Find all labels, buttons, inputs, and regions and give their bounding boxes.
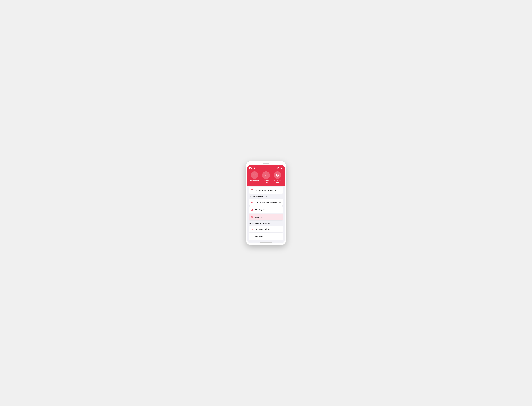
app-header: More (247, 165, 285, 169)
svg-line-21 (251, 236, 253, 237)
money-management-chevron: ⌄ (281, 196, 283, 198)
e-statement-label: View E-Statement (274, 180, 281, 183)
loan-payment-icon (250, 201, 253, 204)
other-services-title: Other Member Services (249, 222, 270, 225)
phone-screen: More (247, 165, 285, 243)
credit-card-activity-label: View Credit Card Activity (255, 228, 272, 230)
svg-marker-16 (252, 217, 253, 218)
e-statement-circle: $ (274, 171, 281, 179)
other-services-chevron: ⌄ (281, 222, 283, 224)
debit-card-label: Debit CardControls (263, 180, 269, 183)
svg-point-1 (254, 175, 254, 175)
check-deposit-label: Check Deposit (250, 180, 259, 182)
logout-icon[interactable] (281, 167, 283, 169)
skip-a-pay-item[interactable]: Skip-A-Pay (249, 214, 283, 220)
svg-point-13 (251, 201, 252, 202)
page-title: More (249, 167, 255, 169)
rates-icon (250, 235, 253, 238)
svg-rect-4 (265, 174, 267, 176)
debit-card-item[interactable]: Debit CardControls (260, 171, 272, 183)
other-services-header[interactable]: Other Member Services ⌄ (249, 221, 283, 225)
budgeting-tool-label: Budgeting Tool (255, 209, 265, 210)
skip-pay-icon (250, 216, 253, 219)
check-deposit-item[interactable]: Check Deposit (249, 171, 260, 183)
phone-device: More (246, 161, 286, 245)
svg-point-22 (251, 236, 252, 236)
checking-account-label: Checking Account Application (255, 189, 276, 191)
svg-rect-0 (253, 174, 256, 176)
header-icons (277, 167, 283, 169)
loan-payment-item[interactable]: Loan Payment from External Account (249, 199, 283, 206)
svg-text:$: $ (277, 175, 278, 176)
loan-payment-label: Loan Payment from External Account (255, 201, 281, 203)
svg-point-23 (252, 237, 253, 237)
credit-card-activity-icon: $ (250, 227, 253, 231)
top-icons-section: Check Deposit Debit CardControls (247, 169, 285, 186)
checking-account-item[interactable]: Checking Account Application (249, 187, 283, 194)
home-indicator (260, 242, 272, 243)
budgeting-icon (250, 208, 253, 211)
main-list-section: Checking Account Application Money Manag… (247, 186, 285, 241)
e-statement-item[interactable]: $ View E-Statement (272, 171, 283, 183)
budgeting-tool-item[interactable]: Budgeting Tool (249, 206, 283, 213)
svg-rect-15 (251, 217, 252, 218)
money-management-header[interactable]: Money Management ⌄ (249, 195, 283, 198)
view-rates-item[interactable]: View Rates (249, 233, 283, 240)
view-rates-label: View Rates (255, 236, 263, 237)
account-application-icon (250, 189, 253, 192)
skip-a-pay-label: Skip-A-Pay (255, 216, 263, 218)
phone-speaker (263, 163, 269, 164)
debit-card-circle (262, 171, 270, 179)
check-deposit-circle (251, 171, 258, 179)
money-management-title: Money Management (249, 196, 267, 198)
settings-icon[interactable] (277, 167, 279, 169)
view-credit-card-item[interactable]: $ View Credit Card Activity (249, 226, 283, 232)
